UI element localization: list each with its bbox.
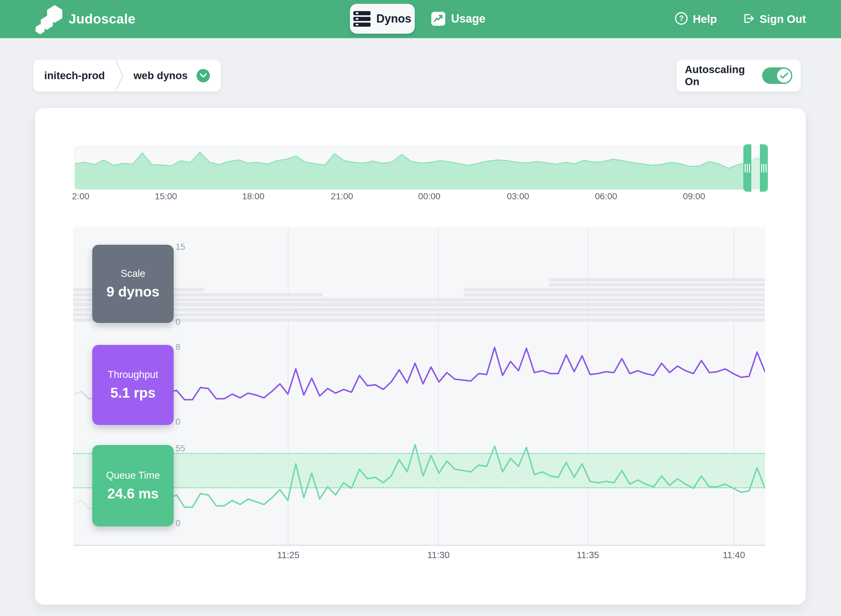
detail-tick-label: 11:25 bbox=[277, 550, 299, 560]
scale-panel-value: 9 dynos bbox=[107, 284, 159, 300]
autoscaling-pill: Autoscaling On bbox=[676, 60, 801, 91]
toggle-knob bbox=[777, 69, 791, 83]
y-tick-label: 0 bbox=[176, 417, 180, 427]
brand-logo[interactable]: Judoscale bbox=[35, 0, 135, 38]
throughput-panel-value: 5.1 rps bbox=[110, 385, 156, 401]
scale-dyno-stripe bbox=[549, 283, 765, 286]
judoscale-logo-icon bbox=[35, 4, 63, 34]
brush-right-handle[interactable] bbox=[760, 144, 768, 192]
queue-panel-value: 24.6 ms bbox=[107, 486, 159, 502]
dashboard-card: 2:0015:0018:0021:0000:0003:0006:0009:00 … bbox=[35, 108, 806, 604]
scale-dyno-stripe bbox=[549, 278, 765, 282]
breadcrumb: initech-prod web dynos bbox=[34, 60, 221, 91]
y-tick-label: 0 bbox=[176, 317, 180, 327]
autoscaling-toggle[interactable] bbox=[762, 67, 792, 84]
breadcrumb-separator-icon bbox=[114, 60, 125, 91]
scale-dyno-stripe bbox=[73, 313, 765, 317]
overview-tick-label: 09:00 bbox=[683, 191, 705, 201]
scale-dyno-stripe bbox=[73, 298, 765, 302]
top-nav-bar: Judoscale Dynos Usage ? Help bbox=[0, 0, 841, 38]
throughput-panel-title: Throughput bbox=[108, 369, 159, 380]
overview-tick-label: 06:00 bbox=[595, 191, 617, 201]
chevron-down-icon bbox=[200, 73, 207, 78]
overview-tick-label: 03:00 bbox=[507, 191, 529, 201]
queue-line-svg bbox=[73, 227, 765, 546]
detail-tick-label: 11:35 bbox=[577, 550, 599, 560]
scale-dyno-stripe bbox=[464, 293, 765, 296]
trend-chart-icon bbox=[431, 12, 445, 26]
queue-panel-title: Queue Time bbox=[106, 470, 160, 481]
signout-link[interactable]: Sign Out bbox=[741, 0, 806, 38]
detail-plot-area: 15080550 Scale 9 dynos Throughput 5.1 rp… bbox=[73, 227, 765, 546]
gridline bbox=[288, 227, 288, 546]
overview-tick-label: 00:00 bbox=[418, 191, 441, 201]
svg-text:?: ? bbox=[679, 14, 684, 23]
throughput-metric-panel: Throughput 5.1 rps bbox=[92, 345, 173, 425]
scale-metric-panel: Scale 9 dynos bbox=[92, 245, 173, 323]
scale-panel-title: Scale bbox=[121, 268, 146, 279]
brush-left-handle[interactable] bbox=[743, 144, 751, 192]
resource-dropdown-button[interactable] bbox=[197, 69, 210, 82]
overview-tick-label: 2:00 bbox=[72, 191, 90, 201]
throughput-line-svg bbox=[73, 227, 765, 546]
brand-name: Judoscale bbox=[69, 12, 135, 27]
autoscaling-label: Autoscaling On bbox=[685, 63, 762, 88]
help-label: Help bbox=[693, 13, 717, 25]
gridline bbox=[438, 227, 439, 546]
scale-dyno-stripe bbox=[73, 308, 765, 311]
detail-tick-label: 11:40 bbox=[723, 550, 745, 560]
y-tick-label: 15 bbox=[176, 242, 185, 252]
overview-chart bbox=[74, 146, 767, 190]
y-tick-label: 55 bbox=[176, 444, 185, 453]
y-tick-label: 0 bbox=[176, 518, 180, 528]
gridline bbox=[734, 227, 734, 546]
breadcrumb-app[interactable]: initech-prod bbox=[44, 70, 105, 82]
check-icon bbox=[780, 72, 788, 79]
tab-dynos[interactable]: Dynos bbox=[350, 4, 415, 34]
scale-dyno-stripe bbox=[73, 303, 765, 307]
server-stack-icon bbox=[353, 11, 371, 27]
signout-label: Sign Out bbox=[760, 13, 806, 25]
tab-dynos-label: Dynos bbox=[376, 12, 411, 25]
breadcrumb-resource[interactable]: web dynos bbox=[134, 70, 188, 82]
overview-area[interactable] bbox=[74, 146, 767, 190]
brush-window[interactable] bbox=[751, 144, 760, 192]
queue-metric-panel: Queue Time 24.6 ms bbox=[92, 445, 173, 527]
overview-tick-label: 21:00 bbox=[331, 191, 353, 201]
overview-tick-label: 15:00 bbox=[155, 191, 177, 201]
overview-area-svg bbox=[75, 147, 767, 189]
signout-icon bbox=[741, 12, 755, 27]
tab-usage-label: Usage bbox=[451, 12, 485, 25]
gridline bbox=[588, 227, 588, 546]
scale-dyno-stripe bbox=[464, 288, 765, 292]
help-link[interactable]: ? Help bbox=[674, 0, 717, 38]
y-tick-label: 8 bbox=[176, 342, 180, 352]
tab-usage[interactable]: Usage bbox=[431, 4, 485, 34]
queue-target-band bbox=[73, 453, 765, 488]
detail-tick-label: 11:30 bbox=[427, 550, 450, 560]
help-icon: ? bbox=[674, 12, 688, 27]
overview-tick-label: 18:00 bbox=[242, 191, 264, 201]
